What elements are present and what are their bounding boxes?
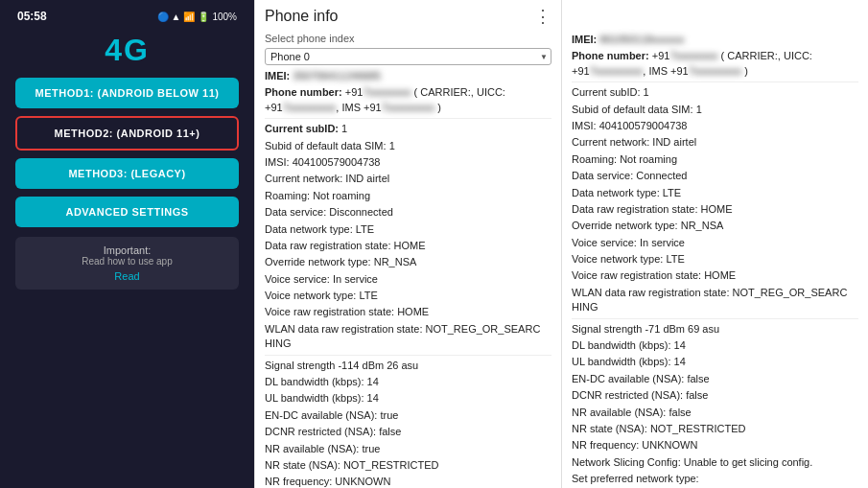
voice-network-row-2: Voice network type: LTE bbox=[572, 252, 858, 267]
current-subid-row-2: Current subID: 1 bbox=[572, 85, 858, 100]
data-network-type-row-2: Data network type: LTE bbox=[572, 186, 858, 200]
nr-state-row-2: NR state (NSA): NOT_RESTRICTED bbox=[572, 422, 858, 436]
data-raw-reg-row-1: Data raw registration state: HOME bbox=[265, 239, 551, 253]
data-service-row-2: Data service: Connected bbox=[572, 169, 858, 183]
set-preferred-label-2: Set preferred network type: bbox=[572, 472, 858, 486]
dl-bandwidth-row-1: DL bandwidth (kbps): 14 bbox=[265, 375, 551, 389]
roaming-row-1: Roaming: Not roaming bbox=[265, 189, 551, 203]
menu-icon-2: ⋮ bbox=[841, 6, 858, 27]
imei-row-2: IMEI: 861050118xxxxxx bbox=[572, 33, 858, 47]
imei-row: IMEI: 350706411246685 bbox=[265, 69, 551, 83]
voice-raw-reg-row-1: Voice raw registration state: HOME bbox=[265, 305, 551, 319]
read-link[interactable]: Read bbox=[25, 270, 229, 282]
panel-header-2: . ⋮ bbox=[572, 6, 858, 27]
phone-info-panel-2: . ⋮ IMEI: 861050118xxxxxx Phone number: … bbox=[561, 0, 868, 488]
ul-bandwidth-row-1: UL bandwidth (kbps): 14 bbox=[265, 391, 551, 406]
battery-percent: 100% bbox=[212, 12, 237, 22]
important-text: Read how to use app bbox=[25, 256, 229, 267]
subid-default-row-2: Subid of default data SIM: 1 bbox=[572, 103, 858, 117]
current-network-row-1: Current network: IND airtel bbox=[265, 172, 551, 186]
imsi-row-2: IMSI: 404100579004738 bbox=[572, 119, 858, 133]
battery-icon: 🔋 bbox=[198, 12, 209, 22]
panel-title-1: Phone info bbox=[265, 8, 339, 25]
network-slicing-row-2: Network Slicing Config: Unable to get sl… bbox=[572, 455, 858, 470]
wifi-icon: ▲ bbox=[172, 12, 181, 22]
dl-bandwidth-row-2: DL bandwidth (kbps): 14 bbox=[572, 338, 858, 353]
subid-default-row-1: Subid of default data SIM: 1 bbox=[265, 139, 551, 153]
left-panel: 05:58 🔵 ▲ 📶 🔋 100% 4G METHOD1: (ANDROID … bbox=[0, 0, 254, 488]
endc-row-1: EN-DC available (NSA): true bbox=[265, 408, 551, 423]
method2-button[interactable]: METHOD2: (ANDROID 11+) bbox=[15, 116, 239, 151]
nr-frequency-row-2: NR frequency: UNKNOWN bbox=[572, 438, 858, 453]
phone-index-select-wrapper: Phone 0 bbox=[265, 48, 551, 65]
bluetooth-icon: 🔵 bbox=[157, 12, 169, 22]
important-title: Important: bbox=[25, 244, 229, 256]
wlan-raw-reg-row-2: WLAN data raw registration state: NOT_RE… bbox=[572, 286, 858, 315]
signal-strength-row-2: Signal strength -71 dBm 69 asu bbox=[572, 322, 858, 337]
signal-strength-row-1: Signal strength -114 dBm 26 asu bbox=[265, 359, 551, 373]
nr-state-row-1: NR state (NSA): NOT_RESTRICTED bbox=[265, 458, 551, 473]
voice-service-row-1: Voice service: In service bbox=[265, 272, 551, 287]
phone-number-row: Phone number: +917xxxxxxxx ( CARRIER:, U… bbox=[265, 85, 551, 115]
phone-info-panel-1: Phone info ⋮ Select phone index Phone 0 … bbox=[254, 0, 561, 488]
data-raw-reg-row-2: Data raw registration state: HOME bbox=[572, 202, 858, 217]
dcnr-row-1: DCNR restricted (NSA): false bbox=[265, 425, 551, 439]
nr-available-row-2: NR available (NSA): false bbox=[572, 406, 858, 420]
override-network-row-1: Override network type: NR_NSA bbox=[265, 255, 551, 269]
method3-button[interactable]: METHOD3: (LEGACY) bbox=[15, 158, 239, 189]
phone-index-select[interactable]: Phone 0 bbox=[265, 48, 551, 65]
endc-row-2: EN-DC available (NSA): false bbox=[572, 372, 858, 386]
data-service-row-1: Data service: Disconnected bbox=[265, 205, 551, 220]
voice-raw-reg-row-2: Voice raw registration state: HOME bbox=[572, 268, 858, 283]
voice-network-row-1: Voice network type: LTE bbox=[265, 289, 551, 303]
status-time: 05:58 bbox=[17, 10, 47, 23]
override-network-row-2: Override network type: NR_NSA bbox=[572, 219, 858, 233]
current-network-row-2: Current network: IND airtel bbox=[572, 135, 858, 150]
data-network-type-row-1: Data network type: LTE bbox=[265, 222, 551, 237]
current-subid-row-1: Current subID: 1 bbox=[265, 122, 551, 136]
roaming-row-2: Roaming: Not roaming bbox=[572, 152, 858, 167]
menu-icon-1[interactable]: ⋮ bbox=[534, 6, 551, 27]
select-phone-label: Select phone index bbox=[265, 33, 551, 44]
network-badge: 4G bbox=[105, 33, 150, 68]
imsi-row-1: IMSI: 404100579004738 bbox=[265, 155, 551, 170]
voice-service-row-2: Voice service: In service bbox=[572, 236, 858, 250]
dcnr-row-2: DCNR restricted (NSA): false bbox=[572, 388, 858, 403]
status-bar: 05:58 🔵 ▲ 📶 🔋 100% bbox=[15, 10, 239, 23]
important-box: Important: Read how to use app Read bbox=[15, 237, 239, 290]
method1-button[interactable]: METHOD1: (ANDROID BELOW 11) bbox=[15, 78, 239, 108]
phone-number-row-2: Phone number: +917xxxxxxxx ( CARRIER:, U… bbox=[572, 49, 858, 79]
ul-bandwidth-row-2: UL bandwidth (kbps): 14 bbox=[572, 355, 858, 369]
panel-title-2: . bbox=[572, 8, 575, 25]
panel-header-1: Phone info ⋮ bbox=[265, 6, 551, 27]
signal-icon: 📶 bbox=[183, 12, 195, 22]
status-icons: 🔵 ▲ 📶 🔋 100% bbox=[157, 12, 237, 22]
phone-index-select-row: Phone 0 bbox=[265, 48, 551, 65]
nr-frequency-row-1: NR frequency: UNKNOWN bbox=[265, 475, 551, 488]
nr-available-row-1: NR available (NSA): true bbox=[265, 442, 551, 456]
wlan-raw-reg-row-1: WLAN data raw registration state: NOT_RE… bbox=[265, 322, 551, 352]
advanced-settings-button[interactable]: ADVANCED SETTINGS bbox=[15, 197, 239, 227]
